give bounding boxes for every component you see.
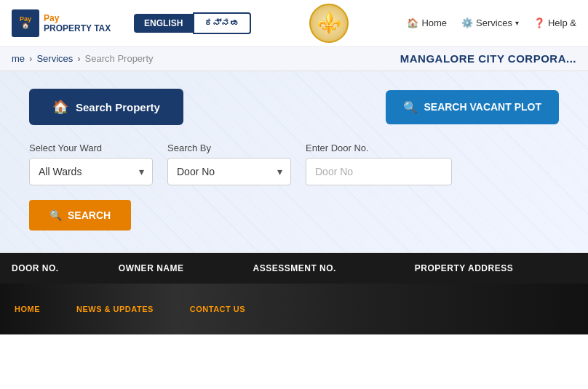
- logo-area: Pay 🏠 Pay PROPERTY TAX: [12, 9, 128, 37]
- chevron-down-icon: ▾: [515, 19, 519, 27]
- door-no-field-group: Enter Door No.: [306, 143, 452, 185]
- emblem-icon: ⚜️: [317, 11, 342, 35]
- ward-field-group: Select Your Ward All Wards Ward 1 Ward 2…: [29, 143, 153, 185]
- language-switcher: ENGLISH ಕನ್ನಡ: [134, 12, 251, 34]
- nav-home-label: Home: [421, 17, 447, 28]
- door-no-input[interactable]: [306, 158, 452, 185]
- breadcrumb-sep1: ›: [29, 53, 32, 64]
- breadcrumb: me › Services › Search Property MANGALOR…: [0, 47, 588, 71]
- logo-pay-text: Pay: [44, 13, 59, 23]
- search-by-select-wrapper: Door No Owner Name Assessment No: [167, 158, 291, 185]
- search-by-select[interactable]: Door No Owner Name Assessment No: [167, 158, 291, 185]
- col-property-address: PROPERTY ADDRESS: [403, 253, 588, 284]
- city-name: MANGALORE CITY CORPORA...: [400, 52, 576, 65]
- ward-select-wrapper: All Wards Ward 1 Ward 2 Ward 3: [29, 158, 153, 185]
- footer-links: HOME NEWS & UPDATES CONTACT US: [15, 305, 245, 313]
- ward-select[interactable]: All Wards Ward 1 Ward 2 Ward 3: [29, 158, 153, 185]
- footer-news-link[interactable]: NEWS & UPDATES: [76, 305, 154, 313]
- table-header: DOOR NO. OWNER NAME ASSESSMENT NO. PROPE…: [0, 253, 588, 284]
- ward-label: Select Your Ward: [29, 143, 153, 153]
- main-nav: 🏠 Home ⚙️ Services ▾ ❓ Help &: [407, 17, 576, 28]
- search-property-button[interactable]: 🏠 Search Property: [29, 89, 183, 125]
- search-by-field-group: Search By Door No Owner Name Assessment …: [167, 143, 291, 185]
- col-door-no: DOOR NO.: [0, 253, 107, 284]
- nav-help-label: Help &: [548, 17, 576, 28]
- city-name-highlight: MANGALORE: [400, 52, 475, 65]
- search-button-icon: 🔍: [49, 209, 62, 221]
- footer-contact-link[interactable]: CONTACT US: [190, 305, 245, 313]
- col-assessment-no: ASSESSMENT NO.: [242, 253, 403, 284]
- logo-icon: Pay 🏠: [12, 9, 39, 37]
- breadcrumb-services[interactable]: Services: [36, 53, 73, 64]
- search-vacant-label: SEARCH VACANT PLOT: [424, 101, 541, 113]
- search-property-label: Search Property: [76, 101, 160, 113]
- nav-help-link[interactable]: ❓ Help &: [533, 17, 576, 28]
- results-table: DOOR NO. OWNER NAME ASSESSMENT NO. PROPE…: [0, 253, 588, 284]
- search-form: Select Your Ward All Wards Ward 1 Ward 2…: [29, 143, 559, 230]
- breadcrumb-home[interactable]: me: [12, 53, 25, 64]
- table-header-row: DOOR NO. OWNER NAME ASSESSMENT NO. PROPE…: [0, 253, 588, 284]
- search-vacant-plot-button[interactable]: 🔍 SEARCH VACANT PLOT: [386, 90, 559, 124]
- logo-main-text: 🏠: [20, 23, 31, 30]
- english-lang-button[interactable]: ENGLISH: [134, 14, 193, 33]
- footer-home-link[interactable]: HOME: [15, 305, 40, 313]
- logo-property-tax: PROPERTY TAX: [44, 23, 111, 33]
- emblem: ⚜️: [251, 4, 407, 43]
- search-by-label: Search By: [167, 143, 291, 153]
- help-icon: ❓: [533, 17, 545, 28]
- col-owner-name: OWNER NAME: [107, 253, 242, 284]
- emblem-image: ⚜️: [309, 4, 349, 43]
- nav-services-label: Services: [476, 17, 512, 28]
- header: Pay 🏠 Pay PROPERTY TAX ENGLISH ಕನ್ನಡ ⚜️ …: [0, 0, 588, 47]
- results-table-section: DOOR NO. OWNER NAME ASSESSMENT NO. PROPE…: [0, 252, 588, 284]
- nav-home-link[interactable]: 🏠 Home: [407, 17, 447, 28]
- kannada-lang-button[interactable]: ಕನ್ನಡ: [193, 12, 251, 34]
- footer: HOME NEWS & UPDATES CONTACT US: [0, 284, 588, 334]
- city-name-rest: CITY CORPORA...: [478, 52, 576, 65]
- door-no-label: Enter Door No.: [306, 143, 452, 153]
- action-buttons-row: 🏠 Search Property 🔍 SEARCH VACANT PLOT: [29, 89, 559, 125]
- search-button-label: SEARCH: [68, 209, 111, 221]
- main-content: 🏠 Search Property 🔍 SEARCH VACANT PLOT S…: [0, 71, 588, 252]
- logo-title: Pay PROPERTY TAX: [44, 13, 111, 33]
- nav-services-link[interactable]: ⚙️ Services ▾: [461, 17, 519, 28]
- search-icon: 🔍: [403, 100, 418, 114]
- breadcrumb-nav: me › Services › Search Property: [12, 53, 154, 64]
- services-icon: ⚙️: [461, 17, 473, 28]
- search-button[interactable]: 🔍 SEARCH: [29, 200, 131, 230]
- home-icon: 🏠: [407, 17, 418, 28]
- breadcrumb-current: Search Property: [85, 53, 154, 64]
- breadcrumb-sep2: ›: [77, 53, 80, 64]
- house-icon: 🏠: [52, 99, 68, 115]
